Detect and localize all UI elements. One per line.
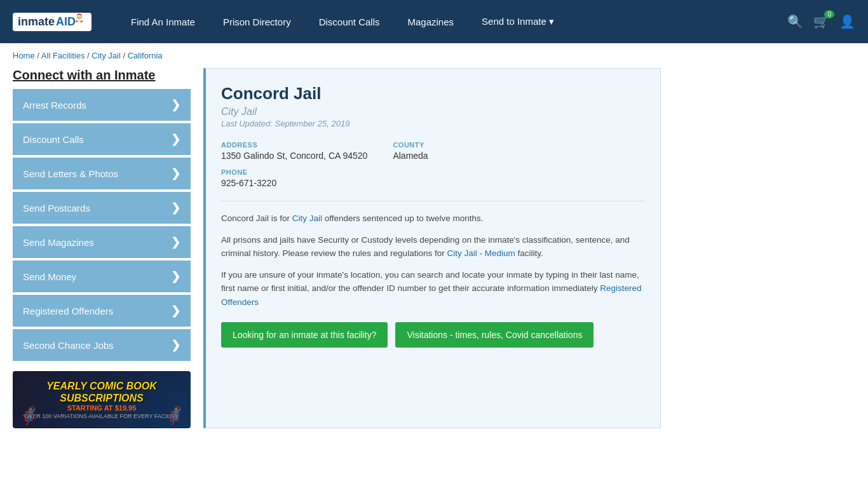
phone-block: PHONE 925-671-3220 bbox=[221, 168, 645, 188]
desc2: All prisons and jails have Security or C… bbox=[221, 233, 645, 261]
county-label: COUNTY bbox=[393, 141, 428, 149]
send-postcards-item[interactable]: Send Postcards ❯ bbox=[13, 192, 191, 224]
description-block: Concord Jail is for City Jail offenders … bbox=[221, 212, 645, 309]
arrow-icon: ❯ bbox=[171, 132, 180, 146]
county-value: Alameda bbox=[393, 151, 428, 161]
address-label: ADDRESS bbox=[221, 141, 367, 149]
breadcrumb: Home / All Facilities / City Jail / Cali… bbox=[0, 43, 868, 68]
logo[interactable]: inmate AID 🎅 bbox=[13, 13, 92, 31]
action-buttons: Looking for an inmate at this facility? … bbox=[221, 322, 645, 348]
comic-icon: 🦸 bbox=[163, 405, 186, 426]
looking-for-inmate-button[interactable]: Looking for an inmate at this facility? bbox=[221, 322, 388, 348]
comic-icon-2: 🦸‍♂️ bbox=[18, 405, 40, 426]
breadcrumb-home[interactable]: Home bbox=[13, 51, 35, 60]
logo-hat: 🎅 bbox=[74, 13, 84, 22]
logo-text-inmate: inmate bbox=[18, 15, 55, 29]
sidebar-menu: Arrest Records ❯ Discount Calls ❯ Send L… bbox=[13, 89, 191, 361]
ad-bottom: OVER 100 VARIATIONS AVAILABLE FOR EVERY … bbox=[24, 413, 179, 419]
send-magazines-item[interactable]: Send Magazines ❯ bbox=[13, 226, 191, 258]
arrow-icon: ❯ bbox=[171, 98, 180, 112]
navigation: inmate AID 🎅 Find An Inmate Prison Direc… bbox=[0, 0, 868, 43]
registered-offenders-link[interactable]: Registered Offenders bbox=[221, 283, 642, 307]
prison-directory-link[interactable]: Prison Directory bbox=[209, 17, 305, 27]
desc3: If you are unsure of your inmate's locat… bbox=[221, 268, 645, 309]
arrow-icon: ❯ bbox=[171, 304, 180, 318]
nav-right: 🔍 🛒 0 👤 bbox=[787, 14, 855, 29]
county-block: COUNTY Alameda bbox=[393, 141, 428, 161]
sidebar-ad[interactable]: YEARLY COMIC BOOKSUBSCRIPTIONS STARTING … bbox=[13, 371, 191, 428]
arrow-icon: ❯ bbox=[171, 269, 180, 283]
last-updated: Last Updated: September 25, 2019 bbox=[221, 119, 645, 128]
visitations-button[interactable]: Visitations - times, rules, Covid cancel… bbox=[395, 322, 593, 348]
facility-type: City Jail bbox=[221, 106, 645, 118]
phone-label: PHONE bbox=[221, 168, 645, 176]
main-container: Connect with an Inmate Arrest Records ❯ … bbox=[0, 68, 674, 441]
cart-icon[interactable]: 🛒 0 bbox=[813, 14, 829, 29]
arrow-icon: ❯ bbox=[171, 235, 180, 249]
content-panel: Concord Jail City Jail Last Updated: Sep… bbox=[203, 68, 661, 428]
send-to-inmate-link[interactable]: Send to Inmate ▾ bbox=[468, 16, 568, 27]
address-block: ADDRESS 1350 Galindo St, Concord, CA 945… bbox=[221, 141, 367, 161]
ad-title: YEARLY COMIC BOOKSUBSCRIPTIONS bbox=[46, 380, 157, 404]
search-icon[interactable]: 🔍 bbox=[787, 14, 803, 29]
discount-calls-link[interactable]: Discount Calls bbox=[305, 17, 394, 27]
breadcrumb-city-jail[interactable]: City Jail bbox=[92, 51, 121, 60]
breadcrumb-all-facilities[interactable]: All Facilities bbox=[41, 51, 85, 60]
magazines-link[interactable]: Magazines bbox=[394, 17, 468, 27]
arrow-icon: ❯ bbox=[171, 166, 180, 180]
info-grid: ADDRESS 1350 Galindo St, Concord, CA 945… bbox=[221, 141, 645, 161]
address-value: 1350 Galindo St, Concord, CA 94520 bbox=[221, 151, 367, 161]
phone-value: 925-671-3220 bbox=[221, 178, 645, 188]
cart-badge: 0 bbox=[824, 10, 834, 18]
arrow-icon: ❯ bbox=[171, 338, 180, 352]
facility-name: Concord Jail bbox=[221, 84, 645, 104]
logo-text-aid: AID bbox=[56, 15, 76, 29]
discount-calls-item[interactable]: Discount Calls ❯ bbox=[13, 123, 191, 155]
arrow-icon: ❯ bbox=[171, 201, 180, 215]
sidebar-title: Connect with an Inmate bbox=[13, 68, 191, 83]
second-chance-jobs-item[interactable]: Second Chance Jobs ❯ bbox=[13, 329, 191, 361]
city-jail-link[interactable]: City Jail bbox=[292, 214, 322, 223]
send-letters-item[interactable]: Send Letters & Photos ❯ bbox=[13, 158, 191, 189]
sidebar: Connect with an Inmate Arrest Records ❯ … bbox=[13, 68, 191, 428]
user-icon[interactable]: 👤 bbox=[839, 14, 855, 29]
breadcrumb-state[interactable]: California bbox=[128, 51, 163, 60]
send-money-item[interactable]: Send Money ❯ bbox=[13, 261, 191, 292]
nav-links: Find An Inmate Prison Directory Discount… bbox=[117, 16, 787, 27]
desc1: Concord Jail is for City Jail offenders … bbox=[221, 212, 645, 226]
city-jail-medium-link[interactable]: City Jail - Medium bbox=[447, 248, 515, 258]
arrest-records-item[interactable]: Arrest Records ❯ bbox=[13, 89, 191, 121]
ad-price: STARTING AT $19.95 bbox=[67, 404, 137, 412]
divider bbox=[221, 201, 645, 201]
registered-offenders-item[interactable]: Registered Offenders ❯ bbox=[13, 295, 191, 327]
find-inmate-link[interactable]: Find An Inmate bbox=[117, 17, 209, 27]
